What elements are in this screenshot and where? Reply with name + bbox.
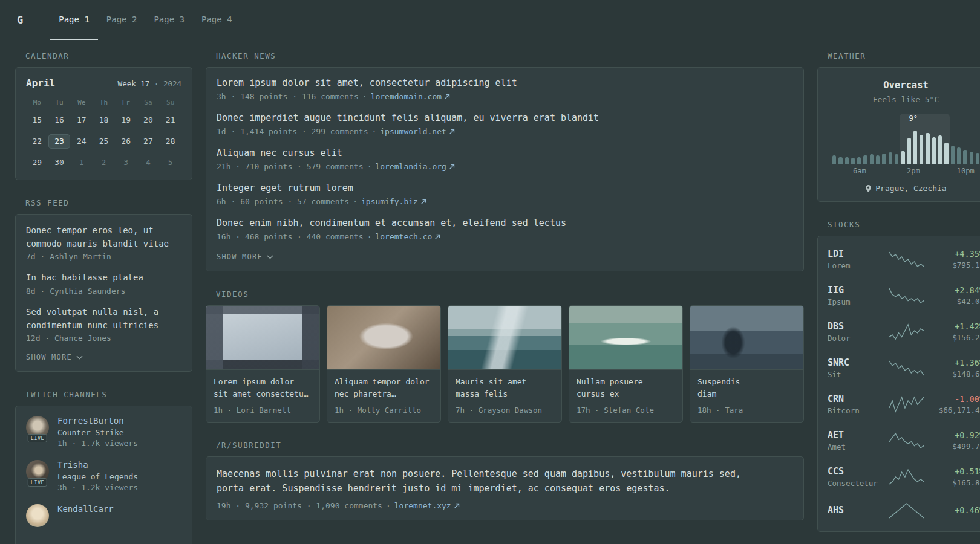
hn-item-domain-link[interactable]: loremlandia.org <box>375 162 454 171</box>
weather-peak-temp: 9° <box>909 114 918 123</box>
hn-item-title[interactable]: Aliquam nec cursus elit <box>217 147 793 158</box>
weather-bar <box>957 147 961 164</box>
rss-item-title[interactable]: Donec tempor eros leo, ut commodo mauris… <box>26 224 181 250</box>
subreddit-card: Maecenas mollis pulvinar erat non posuer… <box>206 456 804 520</box>
weather-bar <box>938 135 942 164</box>
video-meta: 18h · Tara <box>697 406 796 415</box>
rss-item-meta: 7d · Ashlyn Martin <box>26 252 181 261</box>
calendar-day: 21 <box>159 113 181 128</box>
rss-item: Sed volutpat nulla nisl, a condimentum n… <box>26 306 181 343</box>
video-meta: 7h · Grayson Dawson <box>456 406 554 415</box>
weather-bar <box>845 157 849 164</box>
weather-feels-like: Feels like 5°C <box>828 95 980 104</box>
weather-bars <box>831 131 980 164</box>
stock-row[interactable]: AET Amet +0.92% $499.72 <box>828 423 980 459</box>
weather-bar <box>970 152 973 164</box>
video-card[interactable]: Lorem ipsum dolor sit amet consectetu… 1… <box>206 305 320 423</box>
calendar-day: 17 <box>70 113 93 128</box>
stock-name: Bitcorn <box>828 406 882 415</box>
stock-row[interactable]: SNRC Sit +1.36% $148.64 <box>828 350 980 386</box>
hn-item-domain-link[interactable]: loremdomain.com <box>371 92 450 101</box>
calendar-day: 4 <box>137 155 160 170</box>
weather-location[interactable]: Prague, Czechia <box>828 184 980 193</box>
stock-sparkline <box>888 432 925 449</box>
stock-row[interactable]: DBS Dolor +1.42% $156.28 <box>828 314 980 350</box>
stock-sparkline <box>888 360 925 377</box>
stock-values: +1.42% $156.28 <box>931 322 980 342</box>
stock-symbol: CCS <box>828 466 882 477</box>
weekday-label: Fr <box>115 99 137 106</box>
subreddit-domain-link[interactable]: loremnet.xyz <box>394 501 460 510</box>
stock-row[interactable]: CCS Consectetur +0.51% $165.84 <box>828 459 980 495</box>
twitch-channel-row[interactable]: KendallCarr <box>26 504 181 527</box>
rss-item: In hac habitasse platea 8d · Cynthia Sau… <box>26 271 181 296</box>
rss-item-title[interactable]: In hac habitasse platea <box>26 271 181 285</box>
video-card[interactable]: Nullam posuere cursus ex 17h · Stefan Co… <box>569 305 683 423</box>
hn-item: Donec imperdiet augue tincidunt felis al… <box>217 112 793 136</box>
stock-row[interactable]: CRN Bitcorn -1.00% $66,171.48 <box>828 386 980 423</box>
video-thumbnail[interactable] <box>448 306 561 370</box>
twitch-channel-row[interactable]: LIVE ForrestBurton Counter-Strike 1h · 1… <box>26 416 181 448</box>
videos-widget-title: VIDEOS <box>216 290 804 299</box>
video-thumbnail[interactable] <box>327 306 440 370</box>
video-card[interactable]: Mauris sit amet massa felis 7h · Grayson… <box>448 305 562 423</box>
tab-page-4[interactable]: Page 4 <box>193 0 241 40</box>
video-meta: 17h · Stefan Cole <box>577 406 675 415</box>
hn-item-domain-link[interactable]: ipsumify.biz <box>361 197 426 206</box>
stock-symbol: IIG <box>828 285 882 296</box>
hn-item-title[interactable]: Lorem ipsum dolor sit amet, consectetur … <box>217 77 793 88</box>
hn-item-domain-link[interactable]: ipsumworld.net <box>380 127 455 136</box>
weather-bar <box>907 138 911 164</box>
rss-item: Donec tempor eros leo, ut commodo mauris… <box>26 224 181 261</box>
hn-item-title[interactable]: Donec enim nibh, condimentum et accumsan… <box>217 218 793 228</box>
twitch-channel-row[interactable]: LIVE Trisha League of Legends 3h · 1.2k … <box>26 460 181 492</box>
twitch-channel-info: ForrestBurton Counter-Strike 1h · 1.7k v… <box>57 416 138 448</box>
stock-row[interactable]: AHS +0.46% <box>828 495 980 526</box>
rss-item-title[interactable]: Sed volutpat nulla nisl, a condimentum n… <box>26 306 181 332</box>
stock-symbol: DBS <box>828 321 882 332</box>
tab-page-1[interactable]: Page 1 <box>50 0 98 40</box>
subreddit-post-title[interactable]: Maecenas mollis pulvinar erat non posuer… <box>217 467 793 496</box>
stock-symbol: AHS <box>828 505 882 516</box>
video-card[interactable]: Aliquam tempor dolor nec pharetra… 1h · … <box>327 305 441 423</box>
calendar-year: 2024 <box>163 79 181 88</box>
calendar-day: 5 <box>159 155 181 170</box>
stock-price: $42.04 <box>931 297 980 306</box>
video-title: Aliquam tempor dolor nec pharetra… <box>335 376 433 401</box>
weekday-label: Tu <box>48 99 71 106</box>
hn-item-domain-link[interactable]: loremtech.co <box>375 232 440 241</box>
stock-id: AHS <box>828 505 882 517</box>
twitch-channel-name[interactable]: Trisha <box>57 460 138 470</box>
rss-show-more-button[interactable]: SHOW MORE <box>26 353 181 361</box>
video-thumbnail[interactable] <box>690 306 803 370</box>
stock-symbol: CRN <box>828 393 882 404</box>
stock-row[interactable]: IIG Ipsum +2.84% $42.04 <box>828 277 980 314</box>
video-thumbnail[interactable] <box>206 306 319 370</box>
hn-item: Aliquam nec cursus elit 21h · 710 points… <box>217 147 793 171</box>
video-card[interactable]: Suspendis diam 18h · Tara <box>690 305 804 423</box>
video-title: Mauris sit amet massa felis <box>456 376 554 401</box>
calendar-day: 30 <box>48 155 71 170</box>
meta-separator: · <box>362 92 367 101</box>
twitch-channel-name[interactable]: KendallCarr <box>57 504 114 514</box>
video-title: Lorem ipsum dolor sit amet consectetu… <box>214 376 312 401</box>
calendar-grid: Mo Tu We Th Fr Sa Su 1516171819202122232… <box>26 99 181 170</box>
stock-values: +0.51% $165.84 <box>931 467 980 487</box>
calendar-day: 16 <box>48 113 71 128</box>
stock-name: Sit <box>828 370 882 379</box>
twitch-channel-name[interactable]: ForrestBurton <box>57 416 138 426</box>
twitch-card: LIVE ForrestBurton Counter-Strike 1h · 1… <box>15 406 192 544</box>
stock-values: +0.46% <box>931 505 980 517</box>
hn-item-title[interactable]: Integer eget rutrum lorem <box>217 183 793 193</box>
tab-page-2[interactable]: Page 2 <box>98 0 146 40</box>
tab-page-3[interactable]: Page 3 <box>145 0 193 40</box>
stock-row[interactable]: LDI Lorem +4.35% $795.18 <box>828 241 980 277</box>
twitch-widget-title: TWITCH CHANNELS <box>25 390 192 399</box>
video-thumbnail[interactable] <box>569 306 682 370</box>
page-tabs: Page 1 Page 2 Page 3 Page 4 <box>50 0 240 40</box>
hn-item-info: 21h · 710 points · 579 comments <box>217 162 364 171</box>
stock-change: +2.84% <box>931 285 980 295</box>
weather-bar <box>832 155 836 164</box>
hn-item-title[interactable]: Donec imperdiet augue tincidunt felis al… <box>217 112 793 123</box>
hn-show-more-button[interactable]: SHOW MORE <box>217 253 793 261</box>
